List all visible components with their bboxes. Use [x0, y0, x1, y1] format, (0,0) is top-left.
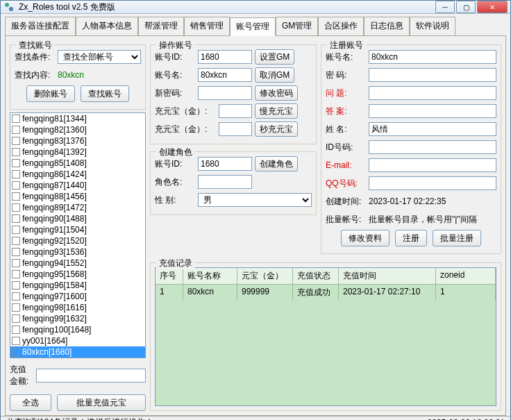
fast-recharge-button[interactable]: 秒充元宝: [255, 121, 298, 137]
checkbox-icon[interactable]: [12, 181, 20, 190]
col-zone[interactable]: zoneid: [436, 268, 496, 284]
op-gold2-input[interactable]: [219, 122, 252, 136]
reg-idcard-input[interactable]: [369, 140, 496, 154]
list-item[interactable]: fengqing95[1568]: [10, 269, 145, 280]
checkbox-icon[interactable]: [12, 281, 20, 289]
reg-pwd-input[interactable]: [369, 68, 496, 82]
checkbox-icon[interactable]: [12, 159, 20, 167]
checkbox-icon[interactable]: [12, 126, 20, 134]
reg-answer-label: 答 案:: [326, 106, 366, 117]
tab-账号管理[interactable]: 账号管理: [230, 17, 276, 36]
list-item[interactable]: fengqing84[1392]: [10, 146, 145, 158]
checkbox-icon[interactable]: [12, 270, 20, 278]
batch-recharge-button[interactable]: 批量充值元宝: [57, 394, 146, 411]
reg-email-input[interactable]: [369, 158, 496, 172]
col-seq[interactable]: 序号: [156, 268, 183, 284]
op-id-label: 账号ID:: [155, 51, 195, 63]
account-listbox[interactable]: fengqing81[1344]fengqing82[1360]fengqing…: [10, 112, 146, 358]
checkbox-icon[interactable]: [12, 326, 20, 334]
checkbox-icon[interactable]: [12, 203, 20, 212]
checkbox-icon[interactable]: [12, 170, 20, 178]
list-item[interactable]: fengqing99[1632]: [10, 313, 145, 324]
find-account-button[interactable]: 查找账号: [81, 85, 129, 102]
list-item[interactable]: fengqing91[1504]: [10, 224, 145, 235]
checkbox-icon[interactable]: [12, 337, 20, 345]
list-item[interactable]: fengqing87[1440]: [10, 180, 145, 191]
modify-info-button[interactable]: 修改资料: [341, 230, 389, 246]
list-item[interactable]: fengqing89[1472]: [10, 202, 145, 213]
cancel-gm-button[interactable]: 取消GM: [255, 67, 294, 83]
checkbox-icon[interactable]: [12, 215, 20, 223]
list-item[interactable]: fengqing90[1488]: [10, 213, 145, 224]
checkbox-icon[interactable]: [12, 314, 20, 323]
reg-question-input[interactable]: [369, 86, 496, 100]
select-all-button[interactable]: 全选: [10, 394, 51, 411]
search-cond-select[interactable]: 查找全部帐号: [58, 50, 141, 64]
col-time[interactable]: 充值时间: [339, 268, 436, 284]
minimize-button[interactable]: ─: [435, 1, 455, 13]
tab-日志信息[interactable]: 日志信息: [364, 17, 410, 35]
delete-account-button[interactable]: 删除账号: [26, 85, 75, 102]
list-item[interactable]: fengqing94[1552]: [10, 258, 145, 269]
list-item[interactable]: fengqing93[1536]: [10, 246, 145, 258]
list-item[interactable]: 80xkcn[1680]: [10, 346, 145, 358]
list-item-label: 80xkcn[1680]: [22, 347, 72, 357]
list-item[interactable]: fengqing98[1616]: [10, 302, 145, 313]
checkbox-icon[interactable]: [12, 348, 20, 356]
list-item[interactable]: fengqing97[1600]: [10, 291, 145, 302]
checkbox-icon[interactable]: [12, 292, 20, 301]
op-id-input[interactable]: [198, 50, 252, 64]
list-item[interactable]: fengqing86[1424]: [10, 169, 145, 180]
op-name-input[interactable]: [198, 68, 252, 82]
checkbox-icon[interactable]: [12, 226, 20, 234]
col-gold[interactable]: 元宝（金）: [237, 268, 293, 284]
checkbox-icon[interactable]: [12, 259, 20, 267]
checkbox-icon[interactable]: [12, 248, 20, 256]
list-item[interactable]: fengqing82[1360]: [10, 124, 145, 135]
checkbox-icon[interactable]: [12, 137, 20, 145]
list-item[interactable]: fengqing83[1376]: [10, 135, 145, 146]
op-gold1-input[interactable]: [219, 104, 252, 118]
checkbox-icon[interactable]: [12, 303, 20, 312]
slow-recharge-button[interactable]: 慢充元宝: [255, 103, 298, 119]
app-icon: [3, 1, 15, 12]
checkbox-icon[interactable]: [12, 148, 20, 156]
reg-name-input[interactable]: [369, 50, 496, 64]
tab-软件说明[interactable]: 软件说明: [410, 17, 455, 35]
list-item[interactable]: fengqing100[1648]: [10, 324, 145, 335]
set-gm-button[interactable]: 设置GM: [255, 49, 294, 65]
close-button[interactable]: ✕: [477, 1, 508, 13]
batch-register-button[interactable]: 批量注册: [433, 230, 481, 246]
reg-realname-input[interactable]: [369, 122, 496, 136]
cr-gender-select[interactable]: 男: [198, 193, 312, 207]
table-row[interactable]: 180xkcn999999充值成功2023-01-17 02:27:101: [156, 285, 496, 301]
col-name[interactable]: 账号名称: [183, 268, 237, 284]
checkbox-icon[interactable]: [12, 115, 20, 123]
checkbox-icon[interactable]: [12, 192, 20, 201]
list-item[interactable]: fengqing85[1408]: [10, 158, 145, 169]
create-role-button[interactable]: 创建角色: [255, 156, 298, 171]
list-item[interactable]: fengqing81[1344]: [10, 113, 145, 124]
tab-人物基本信息[interactable]: 人物基本信息: [76, 17, 138, 35]
reg-pwd-label: 密 码:: [326, 69, 366, 81]
op-newpwd-input[interactable]: [198, 86, 252, 100]
list-item[interactable]: fengqing96[1584]: [10, 280, 145, 291]
list-item[interactable]: fengqing92[1520]: [10, 235, 145, 246]
reg-answer-input[interactable]: [369, 104, 496, 118]
change-pwd-button[interactable]: 修改密码: [255, 85, 298, 101]
col-status[interactable]: 充值状态: [293, 268, 339, 284]
tab-GM管理[interactable]: GM管理: [276, 17, 318, 35]
list-item[interactable]: fengqing88[1456]: [10, 191, 145, 202]
cr-id-input[interactable]: [198, 157, 252, 171]
checkbox-icon[interactable]: [12, 237, 20, 245]
tab-服务器连接配置[interactable]: 服务器连接配置: [5, 17, 76, 35]
reg-qq-input[interactable]: [369, 176, 496, 190]
list-item[interactable]: yy001[1664]: [10, 335, 145, 346]
tab-销售管理[interactable]: 销售管理: [184, 17, 230, 35]
tab-合区操作[interactable]: 合区操作: [318, 17, 364, 35]
amount-input[interactable]: [36, 369, 146, 383]
maximize-button[interactable]: ▢: [456, 1, 476, 13]
cr-name-input[interactable]: [198, 175, 252, 189]
register-button[interactable]: 注册: [395, 230, 427, 246]
tab-帮派管理[interactable]: 帮派管理: [138, 17, 184, 35]
